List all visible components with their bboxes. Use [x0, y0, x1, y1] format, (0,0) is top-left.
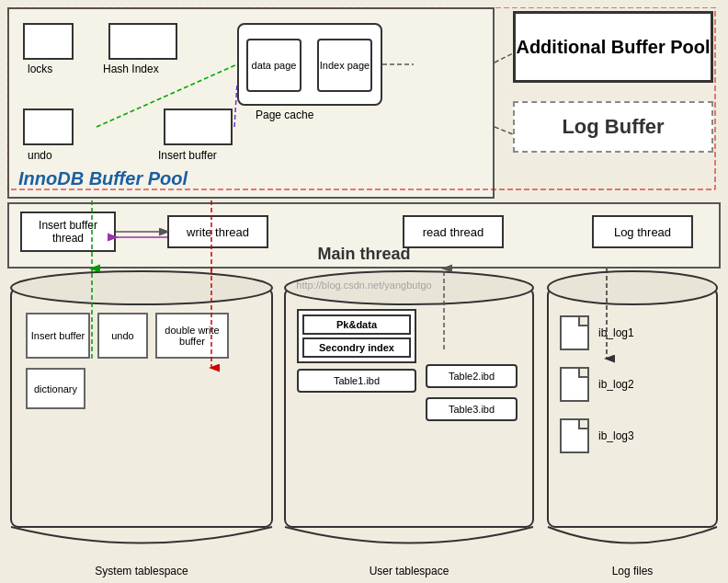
read-thread-box: read thread: [403, 215, 504, 248]
secondary-index-box: Secondry index: [302, 337, 411, 358]
log-buffer-label: Log Buffer: [562, 115, 664, 139]
hash-index-box: [108, 23, 177, 60]
locks-label: locks: [28, 63, 52, 75]
svg-line-3: [495, 53, 513, 63]
table1-ibd: Table1.ibd: [297, 369, 416, 393]
data-page-box: data page: [246, 39, 301, 92]
log-file-1-label: ib_log1: [598, 326, 634, 339]
index-page-box: Index page: [317, 39, 372, 92]
log-buffer-box: Log Buffer: [513, 101, 713, 153]
log-files-cylinder: ib_log1 ib_log2 ib_log3 Log files: [546, 274, 719, 554]
log-file-2-label: ib_log2: [598, 378, 634, 391]
log-file-2-icon: [560, 367, 589, 402]
user-tablespace-cylinder: Pk&data Secondry index Table1.ibd Table2…: [283, 274, 535, 554]
table2-ibd: Table2.ibd: [426, 364, 518, 388]
undo-label: undo: [28, 149, 52, 162]
sys-insert-buffer-box: Insert buffer: [26, 313, 90, 359]
log-file-1-icon: [560, 315, 589, 350]
sys-double-write-box: double write buffer: [155, 313, 229, 359]
top-section: locks Hash Index data page Index page Pa…: [7, 7, 495, 199]
system-tablespace-cylinder: Insert buffer undo double write buffer d…: [9, 274, 274, 554]
svg-point-19: [548, 271, 717, 304]
additional-bp-box: Additional Buffer Pool: [513, 11, 713, 83]
system-tablespace-label: System tablespace: [95, 565, 188, 577]
insert-buffer-top-label: Insert buffer: [158, 149, 217, 162]
insert-buffer-top-box: [164, 109, 233, 145]
hash-index-label: Hash Index: [103, 63, 159, 75]
innodb-label: InnoDB Buffer Pool: [18, 168, 188, 189]
thread-bar: Insert buffer thread write thread read t…: [7, 202, 721, 269]
pk-data-container: Pk&data Secondry index: [297, 309, 416, 363]
sys-undo-box: undo: [97, 313, 148, 359]
sys-dictionary-box: dictionary: [26, 368, 85, 409]
write-thread-box: write thread: [167, 215, 268, 248]
page-cache-label: Page cache: [256, 109, 313, 121]
log-thread-box: Log thread: [592, 215, 693, 248]
table3-ibd: Table3.ibd: [426, 397, 518, 421]
undo-box: [23, 109, 74, 145]
log-file-3-label: ib_log3: [598, 429, 634, 442]
page-cache-container: data page Index page: [237, 23, 382, 106]
pk-data-box: Pk&data: [302, 314, 411, 335]
log-files-label: Log files: [612, 565, 654, 577]
svg-point-15: [11, 271, 272, 304]
log-file-1-row: ib_log1: [560, 315, 705, 350]
main-thread-label: Main thread: [317, 245, 410, 264]
user-tablespace-label: User tablespace: [370, 565, 449, 577]
log-file-2-row: ib_log2: [560, 367, 705, 402]
log-file-3-icon: [560, 418, 589, 453]
additional-bp-label: Additional Buffer Pool: [516, 36, 710, 58]
locks-box: [23, 23, 74, 60]
log-file-3-row: ib_log3: [560, 418, 705, 453]
insert-buffer-thread-box: Insert buffer thread: [20, 211, 116, 252]
svg-line-4: [495, 127, 513, 134]
watermark: http://blog.csdn.net/yangbutgo: [296, 280, 431, 291]
